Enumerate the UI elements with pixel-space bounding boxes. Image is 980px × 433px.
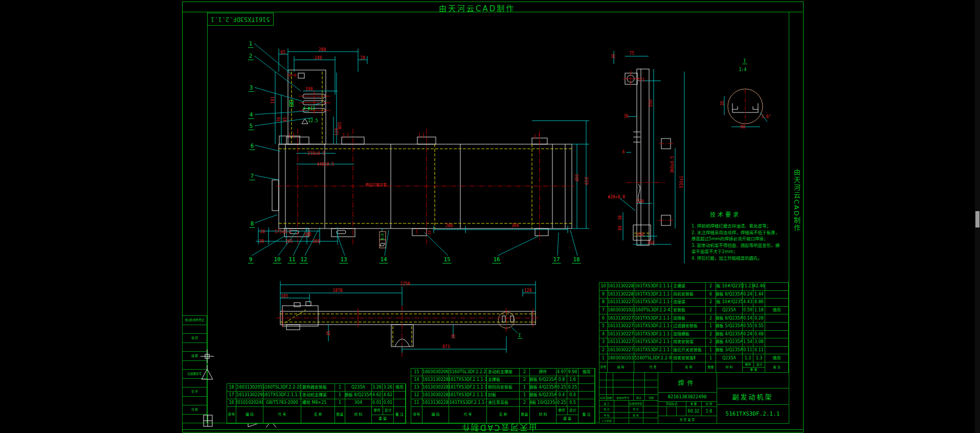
- bom-cell: 4.62: [383, 392, 394, 399]
- bom-cell: 0.01: [383, 399, 394, 407]
- dim-label: 65: [280, 50, 285, 55]
- bom-cell: 02161313022750: [608, 338, 634, 347]
- dim-label: 440±0.5: [317, 162, 334, 167]
- stage-value-boxes: [658, 406, 686, 416]
- bom-header-cell: 材 料: [345, 407, 372, 423]
- bom-cell: [578, 376, 595, 384]
- dim-label: 288: [319, 48, 326, 52]
- cad-viewport[interactable]: 由天河云CAD制作 由天河云CAD制作 由天河云CAD制作 5161TXS3DF…: [0, 0, 980, 433]
- bom-cell: 线束安装架Ⅱ: [672, 354, 706, 362]
- bom-cell: 2: [520, 376, 530, 384]
- bom-cell: 钢板 6/Q235A: [530, 392, 556, 399]
- bom-cell: 过滤器安装板: [672, 323, 706, 331]
- bom-cell: Q235A: [716, 354, 743, 362]
- bom-cell: 8: [599, 299, 608, 307]
- bom-header-weight-cell: 单件总计重 量: [556, 407, 578, 423]
- bom-cell: 0.5: [567, 399, 578, 407]
- bom-cell: [578, 399, 595, 407]
- company-cell: [717, 373, 789, 389]
- title-code-cell: 02161303022490: [658, 392, 717, 402]
- change-record-cell: [606, 387, 613, 395]
- bom-cell: 01160303020610: [422, 369, 449, 376]
- dim-label: 3.6°: [761, 115, 771, 119]
- bom-cell: 焊件: [530, 369, 556, 376]
- bom-cell: 发动机支撑座: [487, 369, 520, 376]
- bom-row: 17021613130229605161TXS3DF.2.1.1-13发动机支撑…: [227, 392, 406, 399]
- bom-left-table: 18011603130205205160TSL3DF.2.2-29散热器安装板1…: [227, 383, 406, 424]
- dim-label: 4-Φ13: [303, 106, 315, 111]
- bom-cell: 1.18: [753, 307, 765, 315]
- bom-cell: 安装板: [672, 307, 706, 315]
- bom-cell: 02161303022830: [422, 392, 449, 399]
- datum-triangle-symbol: [202, 365, 213, 379]
- bom-cell: 0.28: [753, 314, 765, 323]
- bom-cell: 4.43: [743, 299, 753, 307]
- bom-cell: 6: [599, 314, 608, 323]
- balloon-6: 6: [250, 143, 255, 150]
- bom-cell: 钢板 8/Q235A: [716, 291, 743, 299]
- bom-cell: [394, 392, 406, 399]
- bom-cell: 02161313022790: [608, 299, 634, 307]
- change-record-cell: [613, 387, 634, 395]
- bom-cell: 借用: [394, 384, 406, 392]
- scrollbar-thumb[interactable]: [975, 211, 979, 227]
- dim-label: 30: [611, 54, 616, 59]
- dim-label: 45: [283, 117, 287, 122]
- bom-cell: 8.86: [753, 299, 765, 307]
- change-record-cell: [644, 373, 658, 380]
- dim-label: 394: [511, 223, 519, 228]
- balloon-1: 1: [248, 40, 254, 48]
- bom-cell: 钢板 8/Q235A: [716, 314, 743, 323]
- bom-cell: 钢板 4/Q235A: [716, 331, 743, 339]
- change-record-cell: [644, 387, 658, 395]
- change-record-cell: [606, 373, 613, 380]
- bom-cell: 液压泵耳板: [487, 399, 520, 407]
- bom-cell: 1.3: [753, 354, 765, 362]
- balloon-17: 17: [552, 256, 561, 264]
- bom-cell: 2: [706, 338, 716, 347]
- bom-row: 3021613130227505161TXS3DF.2.1.1-2线束安装架2钢…: [599, 338, 789, 347]
- bom-cell: 0.59: [743, 307, 753, 315]
- dim-label: 2250: [400, 282, 410, 286]
- bom-row: 169201010202483GB/T5783-2000螺栓 M8×251304…: [227, 399, 406, 407]
- signature-cell: 工艺审查: [599, 418, 614, 424]
- bom-cell: 钢板 8/Q235A: [345, 392, 372, 399]
- bom-header-cell: 编 码: [608, 362, 634, 373]
- dim-label: 36: [623, 114, 629, 119]
- bom-cell: [578, 392, 595, 399]
- bom-cell: 5160TSL3DF.2.2-43: [634, 307, 672, 315]
- dim-label: 121: [637, 78, 644, 82]
- bom-row: 9021613130228005161TXS3DF.2.1.1-7风机安装板6钢…: [599, 291, 789, 299]
- bom-header-cell: 代 号: [449, 407, 487, 423]
- bom-row: 13021613030228405161TXS3DF.2.1.1-11侧挡风安装…: [411, 384, 595, 392]
- bom-cell: 0.01: [372, 399, 383, 407]
- bom-cell: 0.11: [753, 347, 765, 355]
- bom-cell: 连接梁: [672, 299, 706, 307]
- bom-row: 10021613130228105161TXS3DF.2.1.1-8主横梁2钢板…: [599, 283, 789, 291]
- bom-cell: 1.3: [743, 354, 753, 362]
- dim-label: 1870: [332, 288, 342, 293]
- bom-cell: 5161TXS3DF.2.1.1-4: [634, 323, 672, 331]
- balloon-11: 11: [287, 256, 296, 264]
- bom-cell: [765, 299, 789, 307]
- bom-row: 6021613130227805161TXS3DF.2.1.1-5加强板2钢板 …: [599, 314, 789, 323]
- signature-cell: [643, 418, 658, 424]
- bom-cell: 02161313022820: [422, 399, 449, 407]
- pages-cell: 共 页 第 页: [658, 416, 717, 424]
- change-record-cell: [599, 373, 607, 380]
- bom-cell: 12: [411, 392, 422, 399]
- bom-cell: 02161303022840: [422, 384, 449, 392]
- tech-requirements-title: 技术要求: [710, 212, 741, 219]
- dim-label: 70: [277, 117, 281, 122]
- bom-header-row: 序号编 码代 号名 称数量材 料单件总计重 量备 注: [227, 407, 406, 423]
- bom-header-cell: 数量: [520, 407, 530, 423]
- bom-cell: 散热器安装板: [301, 384, 335, 392]
- bom-cell: 02161303022740: [608, 347, 634, 355]
- balloon-9: 9: [248, 256, 254, 264]
- bom-header-cell: 名 称: [301, 407, 335, 423]
- bom-row: 1011603030203105160TSL3DF.2.2-9线束安装架Ⅱ1Q2…: [599, 354, 789, 362]
- change-record-cell: [599, 380, 607, 388]
- bom-cell: 18: [227, 384, 236, 392]
- dim-label: 38: [618, 215, 622, 220]
- bom-header-cell: 名 称: [672, 362, 706, 373]
